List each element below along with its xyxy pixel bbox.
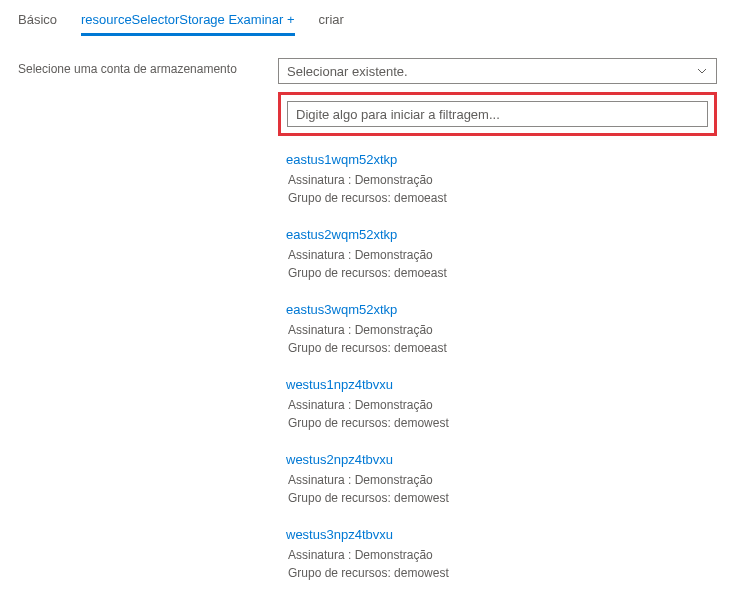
select-placeholder-text: Selecionar existente. — [287, 64, 408, 79]
chevron-down-icon — [696, 65, 708, 77]
result-item[interactable]: westus1npz4tbvxuAssinatura : Demonstraçã… — [282, 371, 713, 446]
result-item[interactable]: eastus3wqm52xtkpAssinatura : Demonstraçã… — [282, 296, 713, 371]
result-subscription: Assinatura : Demonstração — [286, 248, 709, 262]
result-resource-group: Grupo de recursos: demowest — [286, 491, 709, 505]
result-subscription: Assinatura : Demonstração — [286, 398, 709, 412]
result-resource-group: Grupo de recursos: demoeast — [286, 341, 709, 355]
results-list: eastus1wqm52xtkpAssinatura : Demonstraçã… — [278, 146, 717, 596]
result-resource-group: Grupo de recursos: demoeast — [286, 191, 709, 205]
tab-bar: Básico resourceSelectorStorage Examinar … — [0, 0, 735, 36]
result-title: eastus1wqm52xtkp — [286, 152, 709, 167]
tab-create[interactable]: criar — [319, 8, 344, 36]
result-resource-group: Grupo de recursos: demoeast — [286, 266, 709, 280]
result-item[interactable]: westus2npz4tbvxuAssinatura : Demonstraçã… — [282, 446, 713, 521]
filter-highlight-box — [278, 92, 717, 136]
dropdown-panel: eastus1wqm52xtkpAssinatura : Demonstraçã… — [278, 92, 717, 596]
result-subscription: Assinatura : Demonstração — [286, 323, 709, 337]
result-subscription: Assinatura : Demonstração — [286, 473, 709, 487]
result-title: westus2npz4tbvxu — [286, 452, 709, 467]
result-title: eastus3wqm52xtkp — [286, 302, 709, 317]
filter-input[interactable] — [287, 101, 708, 127]
result-resource-group: Grupo de recursos: demowest — [286, 566, 709, 580]
tab-basic[interactable]: Básico — [18, 8, 57, 36]
label-select-storage-account: Selecione uma conta de armazenamento — [18, 58, 278, 76]
tab-resource-selector-storage[interactable]: resourceSelectorStorage Examinar + — [81, 8, 295, 36]
form-row-storage-account: Selecione uma conta de armazenamento Sel… — [0, 36, 735, 596]
result-item[interactable]: eastus1wqm52xtkpAssinatura : Demonstraçã… — [282, 146, 713, 221]
result-subscription: Assinatura : Demonstração — [286, 173, 709, 187]
result-item[interactable]: westus3npz4tbvxuAssinatura : Demonstraçã… — [282, 521, 713, 596]
result-subscription: Assinatura : Demonstração — [286, 548, 709, 562]
result-title: westus1npz4tbvxu — [286, 377, 709, 392]
result-item[interactable]: eastus2wqm52xtkpAssinatura : Demonstraçã… — [282, 221, 713, 296]
result-resource-group: Grupo de recursos: demowest — [286, 416, 709, 430]
control-column: Selecionar existente. eastus1wqm52xtkpAs… — [278, 58, 717, 596]
select-existing-dropdown[interactable]: Selecionar existente. — [278, 58, 717, 84]
result-title: eastus2wqm52xtkp — [286, 227, 709, 242]
result-title: westus3npz4tbvxu — [286, 527, 709, 542]
